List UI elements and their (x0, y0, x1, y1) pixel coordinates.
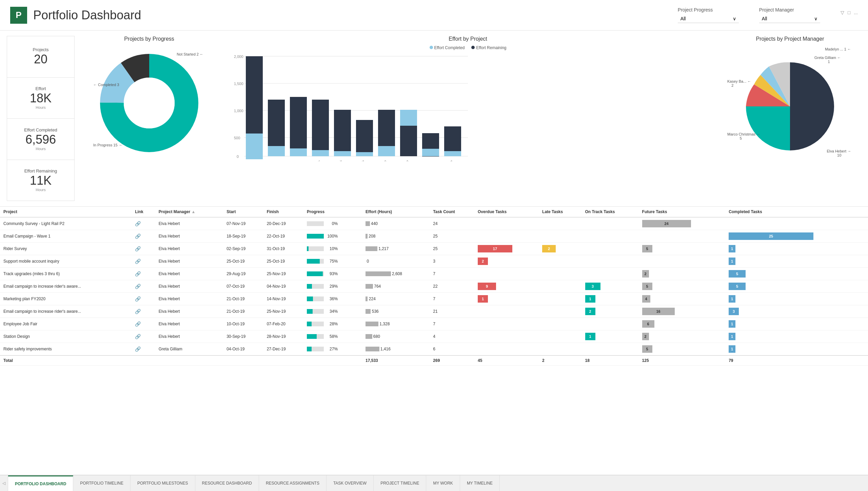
progress-bar-bg (307, 322, 324, 326)
cell-project: Support mobile account inquiry (0, 255, 132, 268)
cell-future: 6 (639, 318, 726, 330)
tab-portfolio-milestones[interactable]: PORTFOLIO MILESTONES (131, 475, 195, 491)
cell-tasks: 21 (430, 305, 474, 318)
pie-label-madelyn: Madelyn ... 1 ← (825, 47, 851, 51)
svg-rect-15 (246, 134, 263, 159)
cell-ontrack (582, 343, 639, 356)
tab-my-work[interactable]: MY WORK (426, 475, 460, 491)
cell-tasks: 7 (430, 293, 474, 305)
svg-rect-18 (290, 97, 307, 156)
project-progress-select[interactable]: All ∨ (678, 15, 739, 23)
filter-actions[interactable]: ▽ □ ... (841, 10, 858, 15)
svg-rect-20 (312, 100, 329, 156)
progress-bar-fill (307, 347, 312, 351)
cell-late (539, 217, 581, 230)
tab-nav-left[interactable]: ◁ (0, 475, 8, 491)
cell-link[interactable]: 🔗 (132, 293, 155, 305)
cell-start: 04-Oct-19 (223, 343, 263, 356)
cell-link[interactable]: 🔗 (132, 330, 155, 343)
tab-task-overview[interactable]: TASK OVERVIEW (327, 475, 374, 491)
cell-link[interactable]: 🔗 (132, 243, 155, 255)
progress-text: 28% (326, 322, 338, 326)
total-label: Total (0, 355, 132, 366)
table-wrapper[interactable]: Project Link Project Manager ▲ Start Fin… (0, 207, 868, 475)
cell-link[interactable]: 🔗 (132, 280, 155, 293)
kpi-panel: Projects 20 Effort 18K Hours Effort Comp… (7, 36, 75, 201)
cell-link[interactable]: 🔗 (132, 217, 155, 230)
cell-link[interactable]: 🔗 (132, 268, 155, 280)
effort-bar (366, 296, 368, 301)
cell-start: 25-Oct-19 (223, 255, 263, 268)
tab-project-timeline[interactable]: PROJECT TIMELINE (374, 475, 426, 491)
bar-chart-legend: Effort Completed Effort Remaining (430, 45, 507, 50)
tab-my-timeline[interactable]: MY TIMELINE (460, 475, 500, 491)
cell-link[interactable]: 🔗 (132, 230, 155, 243)
tab-resource-dashboard[interactable]: RESOURCE DASHBOARD (195, 475, 259, 491)
cell-link[interactable]: 🔗 (132, 255, 155, 268)
cell-link[interactable]: 🔗 (132, 318, 155, 330)
svg-rect-22 (334, 110, 351, 156)
pie-chart-container: Projects by Project Manager (719, 36, 861, 201)
progress-bar-bg (307, 347, 324, 351)
filter-icon[interactable]: ▽ (841, 10, 844, 15)
progress-bar-bg (307, 259, 324, 264)
cell-overdue (474, 318, 539, 330)
cell-late (539, 293, 581, 305)
donut-label-notstarted: Not Started 2 ← (177, 52, 203, 56)
more-icon[interactable]: ... (854, 10, 858, 15)
effort-bar (366, 347, 379, 351)
cell-link[interactable]: 🔗 (132, 305, 155, 318)
progress-text: 100% (326, 234, 338, 239)
kpi-effort-completed-title: Effort Completed (24, 127, 57, 132)
cell-tasks: 22 (430, 280, 474, 293)
cell-effort: 1,328 (362, 318, 430, 330)
bar-chart-container: Effort by Project Effort Completed Effor… (224, 36, 712, 201)
col-link: Link (132, 207, 155, 217)
cell-tasks: 25 (430, 243, 474, 255)
layout-icon[interactable]: □ (848, 10, 850, 15)
header-filters: Project Progress All ∨ Project Manager A… (678, 7, 858, 23)
progress-bar-fill (307, 259, 320, 264)
project-manager-filter: Project Manager All ∨ (759, 7, 820, 23)
table-row: Email Campaign - Wave 1 🔗 Elva Hebert 18… (0, 230, 868, 243)
tab-portfolio-timeline[interactable]: PORTFOLIO TIMELINE (73, 475, 131, 491)
svg-rect-28 (400, 126, 417, 156)
svg-rect-17 (268, 146, 285, 156)
chevron-down-icon: ∨ (733, 16, 736, 21)
total-late: 2 (539, 355, 581, 366)
bar-chart-svg: 2,000 1,500 1,000 500 0 (224, 53, 712, 161)
cell-project: Station Design (0, 330, 132, 343)
project-manager-select[interactable]: All ∨ (759, 15, 820, 23)
cell-ontrack: 2 (582, 305, 639, 318)
cell-effort: 224 (362, 293, 430, 305)
total-completed: 79 (725, 355, 868, 366)
cell-future (639, 255, 726, 268)
progress-text: 75% (326, 259, 338, 264)
cell-overdue: 2 (474, 255, 539, 268)
kpi-effort-completed-unit: Hours (36, 147, 45, 151)
svg-rect-25 (356, 152, 373, 156)
progress-text: 36% (326, 296, 338, 301)
cell-manager: Elva Hebert (155, 243, 223, 255)
svg-text:Traffic flow integration: Traffic flow integration (363, 159, 387, 161)
content: Projects 20 Effort 18K Hours Effort Comp… (0, 30, 868, 475)
cell-effort: 680 (362, 330, 430, 343)
header: P Portfolio Dashboard Project Progress A… (0, 0, 868, 30)
donut-label-inprogress: In Progress 15 → (93, 143, 122, 147)
tab-resource-assignments[interactable]: RESOURCE ASSIGNMENTS (259, 475, 327, 491)
kpi-effort: Effort 18K Hours (7, 78, 74, 119)
donut-chart-title: Projects by Progress (124, 36, 174, 42)
cell-tasks: 6 (430, 343, 474, 356)
project-progress-label: Project Progress (678, 7, 739, 13)
cell-late (539, 330, 581, 343)
table-header-row: Project Link Project Manager ▲ Start Fin… (0, 207, 868, 217)
kpi-effort-remaining-title: Effort Remaining (24, 168, 57, 173)
cell-tasks: 7 (430, 318, 474, 330)
tab-portfolio-dashboard[interactable]: PORTFOLIO DASHBOARD (8, 475, 73, 491)
cell-tasks: 25 (430, 230, 474, 243)
svg-rect-21 (312, 150, 329, 156)
col-ontrack: On Track Tasks (582, 207, 639, 217)
cell-link[interactable]: 🔗 (132, 343, 155, 356)
cell-overdue (474, 268, 539, 280)
cell-progress: 34% (303, 305, 362, 318)
